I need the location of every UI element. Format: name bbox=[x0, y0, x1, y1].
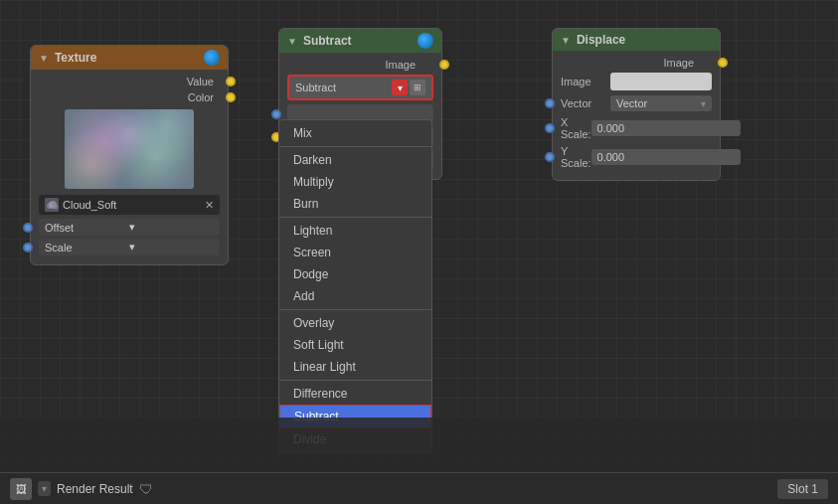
displace-xscale-row: X Scale: bbox=[561, 116, 712, 140]
vector-value: Vector bbox=[616, 97, 647, 109]
displace-vector-label: Vector bbox=[561, 97, 610, 109]
slot-label: Slot 1 bbox=[777, 479, 828, 499]
menu-item-difference[interactable]: Difference bbox=[279, 383, 431, 405]
offset-label: Offset bbox=[45, 222, 129, 234]
scale-label: Scale bbox=[45, 242, 129, 253]
vector-arrow-icon: ▾ bbox=[701, 98, 706, 109]
offset-socket-left[interactable] bbox=[23, 223, 33, 233]
separator-4 bbox=[279, 380, 431, 381]
texture-node-header: ▼ Texture bbox=[31, 46, 228, 70]
texture-node: ▼ Texture Value Color Cloud_Soft ✕ bbox=[30, 45, 229, 265]
shield-icon: 🛡 bbox=[139, 481, 153, 497]
offset-arrow-icon: ▾ bbox=[129, 221, 214, 234]
value-row: Value bbox=[39, 76, 220, 87]
cloud-icon bbox=[45, 198, 59, 212]
displace-node-title: Displace bbox=[577, 33, 625, 47]
vector-socket[interactable] bbox=[545, 98, 555, 108]
globe-icon bbox=[204, 50, 220, 66]
separator-3 bbox=[279, 309, 431, 310]
scale-dropdown[interactable]: Scale ▾ bbox=[39, 239, 220, 255]
color-socket[interactable] bbox=[226, 92, 236, 102]
render-result-label: Render Result bbox=[57, 482, 133, 496]
displace-vector-row: Vector Vector ▾ bbox=[561, 95, 712, 111]
menu-item-lighten[interactable]: Lighten bbox=[279, 220, 431, 242]
blend-mode-dropdown-menu: Mix Darken Multiply Burn Lighten Screen … bbox=[278, 119, 432, 453]
chip-close-button[interactable]: ✕ bbox=[205, 199, 214, 212]
menu-item-mix[interactable]: Mix bbox=[279, 122, 431, 144]
menu-item-overlay[interactable]: Overlay bbox=[279, 312, 431, 334]
yscale-label: Y Scale: bbox=[561, 145, 591, 169]
subtract-blend-dropdown[interactable]: Subtract ▾ ⊞ bbox=[287, 75, 433, 100]
yscale-input[interactable] bbox=[591, 149, 741, 165]
displace-image-label-row: Image bbox=[561, 57, 712, 69]
subtract-node-header: ▼ Subtract bbox=[279, 29, 441, 53]
subtract-img-button[interactable]: ⊞ bbox=[410, 80, 425, 95]
menu-item-screen[interactable]: Screen bbox=[279, 242, 431, 263]
vector-dropdown[interactable]: Vector ▾ bbox=[610, 95, 712, 111]
scale-socket-left[interactable] bbox=[23, 243, 33, 252]
value-socket[interactable] bbox=[226, 77, 236, 86]
menu-item-darken[interactable]: Darken bbox=[279, 149, 431, 171]
menu-item-burn[interactable]: Burn bbox=[279, 193, 431, 215]
subtract-image-socket[interactable] bbox=[439, 60, 449, 70]
chip-label: Cloud_Soft bbox=[63, 199, 201, 211]
color-label: Color bbox=[39, 91, 220, 103]
value-label: Value bbox=[39, 76, 220, 87]
render-icon-button[interactable]: 🖼 bbox=[10, 478, 32, 500]
subtract-node-title: Subtract bbox=[303, 34, 352, 48]
texture-node-body: Value Color Cloud_Soft ✕ Offset ▾ bbox=[31, 70, 228, 264]
collapse-triangle[interactable]: ▼ bbox=[39, 53, 49, 64]
separator-1 bbox=[279, 146, 431, 147]
displace-image-out-socket[interactable] bbox=[718, 58, 728, 68]
displace-image-input[interactable] bbox=[610, 73, 712, 90]
scale-arrow-icon: ▾ bbox=[129, 241, 214, 253]
xscale-socket[interactable] bbox=[545, 123, 555, 133]
subtract-image-row: Image bbox=[287, 59, 433, 71]
subtract-dropdown-label: Subtract bbox=[295, 82, 392, 93]
displace-node-header: ▼ Displace bbox=[553, 29, 720, 51]
displace-node: ▼ Displace Image Image Vector Vector ▾ X… bbox=[552, 28, 721, 181]
texture-node-title: Texture bbox=[55, 51, 96, 65]
subtract-globe-icon bbox=[418, 33, 433, 49]
texture-preview bbox=[65, 109, 194, 189]
yscale-socket[interactable] bbox=[545, 152, 555, 162]
displace-yscale-row: Y Scale: bbox=[561, 145, 712, 169]
separator-2 bbox=[279, 217, 431, 218]
menu-item-add[interactable]: Add bbox=[279, 285, 431, 307]
xscale-input[interactable] bbox=[591, 120, 741, 136]
render-arrow-icon: ▾ bbox=[42, 483, 47, 494]
offset-dropdown[interactable]: Offset ▾ bbox=[39, 219, 220, 236]
displace-node-body: Image Image Vector Vector ▾ X Scale: Y S… bbox=[553, 51, 720, 180]
render-dropdown[interactable]: ▾ bbox=[38, 481, 51, 496]
menu-item-dodge[interactable]: Dodge bbox=[279, 263, 431, 285]
subtract-image-label: Image bbox=[385, 59, 416, 71]
texture-chip: Cloud_Soft ✕ bbox=[39, 195, 220, 215]
subtract-collapse-triangle[interactable]: ▼ bbox=[287, 36, 297, 47]
xscale-label: X Scale: bbox=[561, 116, 591, 140]
displace-image-label: Image bbox=[663, 57, 694, 69]
menu-item-multiply[interactable]: Multiply bbox=[279, 171, 431, 193]
displace-image-input-row: Image bbox=[561, 73, 712, 90]
menu-item-soft-light[interactable]: Soft Light bbox=[279, 334, 431, 356]
bottom-bar: 🖼 ▾ Render Result 🛡 Slot 1 bbox=[0, 472, 838, 504]
bottom-overlay bbox=[0, 418, 838, 472]
svg-point-3 bbox=[54, 205, 59, 210]
menu-item-linear-light[interactable]: Linear Light bbox=[279, 356, 431, 378]
color-row: Color bbox=[39, 91, 220, 103]
subtract-dropdown-arrow[interactable]: ▾ bbox=[392, 80, 408, 95]
input-socket-1[interactable] bbox=[271, 109, 281, 119]
displace-img-label: Image bbox=[561, 76, 610, 87]
displace-collapse-triangle[interactable]: ▼ bbox=[561, 35, 571, 46]
